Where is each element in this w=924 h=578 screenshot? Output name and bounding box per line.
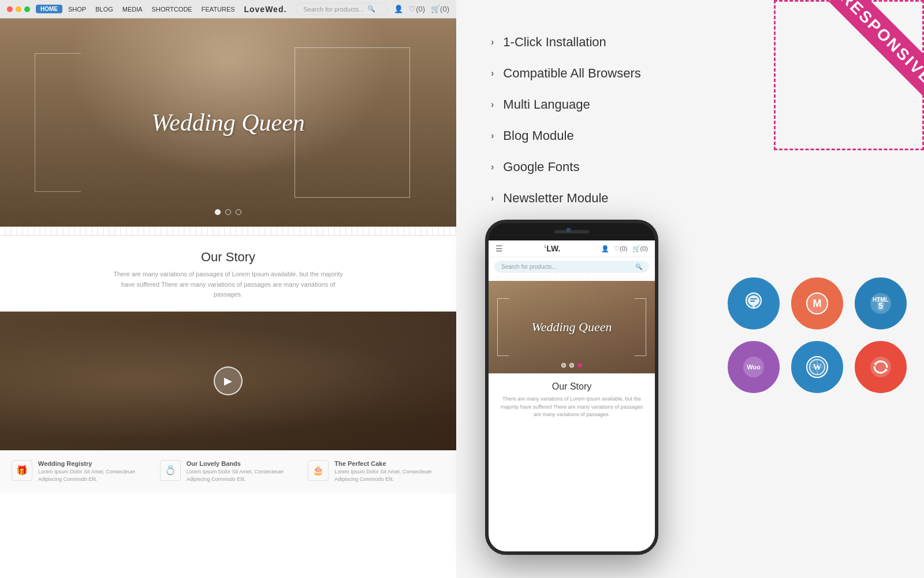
feature-text-language: Multi Language (503, 97, 590, 112)
home-button[interactable]: HOME (36, 5, 62, 13)
hero-border-right (295, 47, 410, 198)
chevron-icon-5: › (491, 162, 494, 172)
phone-camera (566, 228, 571, 232)
phone-search-text: Search for products... (501, 264, 557, 270)
nav-icons: 👤 ♡(0) 🛒(0) (394, 5, 449, 13)
phone-user-icon: 👤 (601, 245, 609, 253)
features-row: 🎁 Wedding Registry Lorem Ipsum Dolor Sit… (0, 450, 456, 493)
phone-hero-title: Wedding Queen (531, 320, 612, 335)
perfect-cake-icon: 🎂 (308, 460, 329, 481)
left-panel: HOME SHOP BLOG MEDIA SHORTCODE FEATURES … (0, 0, 456, 578)
lace-decoration (0, 227, 456, 236)
hero-border-left (35, 53, 81, 192)
minimize-dot (16, 6, 21, 12)
svg-rect-3 (750, 301, 755, 302)
feature-desc-2: Lorem Ipsum Dolor Sit Amet, Consecteuer … (187, 468, 297, 484)
feature-text-install: 1-Click Installation (503, 35, 606, 50)
phone-nav: ☰ 1LW. 👤 ♡(0) 🛒(0) (489, 240, 655, 257)
nav-shortcode[interactable]: SHORTCODE (152, 6, 192, 13)
dot-2[interactable] (225, 209, 231, 215)
phone-story-title: Our Story (497, 381, 647, 392)
window-controls (7, 6, 30, 12)
svg-point-16 (870, 357, 891, 377)
search-bar[interactable]: Search for products... 🔍 (296, 3, 388, 15)
cart-icon: 🛒(0) (431, 5, 449, 13)
nav-blog[interactable]: BLOG (95, 6, 113, 13)
nav-features[interactable]: FEATURES (202, 6, 235, 13)
tech-icon-html5: HTML 5 (855, 277, 907, 329)
feature-lovely-bands: 💍 Our Lovely Bands Lorem Ipsum Dolor Sit… (160, 460, 297, 484)
phone-dot-2[interactable] (569, 363, 574, 368)
phone-logo: 1LW. (544, 244, 561, 253)
dot-1[interactable] (215, 209, 221, 215)
hero-section: Wedding Queen (0, 18, 456, 227)
story-section: Our Story There are many variations of p… (0, 236, 456, 306)
nav-media[interactable]: MEDIA (122, 6, 143, 13)
tech-icons-grid: M HTML 5 Woo W (728, 277, 907, 393)
search-icon: 🔍 (367, 5, 375, 13)
phone-search-icon: 🔍 (635, 264, 642, 270)
feature-title-1: Wedding Registry (38, 460, 148, 467)
phone-carousel-dots (561, 363, 582, 368)
phone-wishlist-icon: ♡(0) (614, 245, 627, 253)
chevron-icon-3: › (491, 99, 494, 110)
phone-story: Our Story There are many variations of L… (489, 373, 655, 419)
responsive-banner: RESPONSIVE (774, 0, 924, 150)
feature-text-fonts: Google Fonts (503, 160, 579, 175)
nav-shop[interactable]: SHOP (68, 6, 86, 13)
feature-perfect-cake: 🎂 The Perfect Cake Lorem Ipsum Dolor Sit… (308, 460, 445, 484)
phone-speaker (554, 230, 589, 234)
feature-text: Wedding Registry Lorem Ipsum Dolor Sit A… (38, 460, 148, 484)
site-logo: LoveWed. (244, 5, 286, 14)
wishlist-icon: ♡(0) (409, 5, 425, 13)
dot-3[interactable] (236, 209, 241, 215)
feature-title-2: Our Lovely Bands (187, 460, 297, 467)
tech-icon-magneto: M (791, 277, 843, 329)
phone-hero-bracket-right (635, 298, 646, 356)
browser-bar: HOME SHOP BLOG MEDIA SHORTCODE FEATURES … (0, 0, 456, 18)
feature-desc-3: Lorem Ipsum Dolor Sit Amet, Consecteuer … (334, 468, 445, 484)
phone-mockup: ☰ 1LW. 👤 ♡(0) 🛒(0) Search for products..… (485, 220, 658, 555)
feature-desc-1: Lorem Ipsum Dolor Sit Amet, Consecteuer … (38, 468, 148, 484)
phone-dot-3[interactable] (578, 363, 582, 368)
hero-carousel-dots (215, 209, 241, 215)
phone-icons: 👤 ♡(0) 🛒(0) (601, 245, 648, 253)
tech-icon-wordpress: W (791, 341, 843, 393)
tech-icon-sync (855, 341, 907, 393)
tech-icon-woocommerce: Woo (728, 341, 780, 393)
play-button[interactable]: ▶ (214, 366, 243, 395)
user-icon: 👤 (394, 5, 403, 13)
feature-wedding-registry: 🎁 Wedding Registry Lorem Ipsum Dolor Sit… (12, 460, 148, 484)
story-title: Our Story (12, 250, 445, 265)
feature-text-blog: Blog Module (503, 128, 573, 143)
feature-text-browsers: Compatible All Browsers (503, 66, 640, 81)
svg-text:M: M (813, 298, 822, 309)
right-panel: RESPONSIVE › 1-Click Installation › Comp… (456, 0, 924, 578)
chevron-icon-1: › (491, 37, 494, 47)
feature-item-6: › Newsletter Module (491, 191, 889, 206)
chevron-icon-2: › (491, 68, 494, 79)
phone-screen: ☰ 1LW. 👤 ♡(0) 🛒(0) Search for products..… (489, 240, 655, 551)
phone-hero: Wedding Queen (489, 281, 655, 373)
feature-item-5: › Google Fonts (491, 160, 889, 175)
chevron-icon-6: › (491, 193, 494, 203)
phone-dot-1[interactable] (561, 363, 566, 368)
feature-title-3: The Perfect Cake (334, 460, 445, 467)
phone-search-bar[interactable]: Search for products... 🔍 (494, 261, 649, 273)
tech-icon-chat (728, 277, 780, 329)
feature-text-newsletter: Newsletter Module (503, 191, 608, 206)
video-section: ▶ (0, 312, 456, 450)
phone-cart-icon: 🛒(0) (632, 245, 648, 253)
svg-text:Woo: Woo (747, 364, 761, 370)
chevron-icon-4: › (491, 131, 494, 141)
phone-lace (489, 276, 655, 281)
wedding-registry-icon: 🎁 (12, 460, 32, 481)
search-placeholder-text: Search for products... (303, 6, 364, 13)
close-dot (7, 6, 13, 12)
story-text: There are many variations of passages of… (113, 269, 344, 300)
feature-text-3: The Perfect Cake Lorem Ipsum Dolor Sit A… (334, 460, 445, 484)
maximize-dot (24, 6, 30, 12)
phone-story-text: There are many variations of Lorem Ipsum… (497, 395, 647, 419)
lovely-bands-icon: 💍 (160, 460, 181, 481)
svg-rect-2 (750, 298, 757, 299)
